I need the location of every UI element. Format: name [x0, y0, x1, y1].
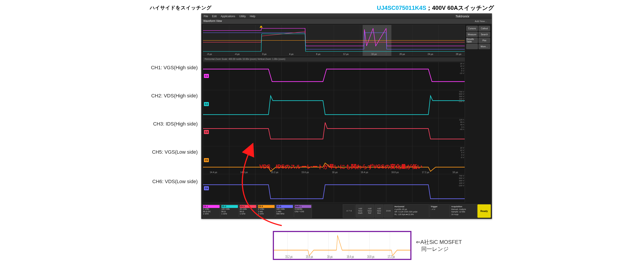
oscilloscope-window: File Edit Applications Utility Help Tekt… — [201, 13, 492, 219]
overview-xaxis: -8 µs-4 µs0 µs4 µs8 µs12 µs16 µs20 µs24 … — [204, 53, 464, 55]
search-button[interactable]: Search — [478, 32, 490, 37]
menubar: File Edit Applications Utility Help Tekt… — [202, 14, 492, 19]
svg-text:16 µs: 16 µs — [327, 255, 332, 259]
results-table-button[interactable]: Results Table — [466, 38, 478, 43]
right-button-panel: Cursors Callout Measure Search Results T… — [466, 26, 491, 49]
channel-box[interactable]: Ch 52 V/div1 MΩ1 GHz — [258, 204, 275, 218]
overview-panel[interactable] — [203, 25, 465, 56]
chtag-c2[interactable]: C2 — [204, 102, 209, 106]
menu-file[interactable]: File — [204, 15, 208, 18]
comparison-inset: 15.2 µs 15.6 µs 16 µs 16.4 µs 16.8 µs 17… — [273, 231, 412, 260]
yscale-c2: 700 V500 V300 V100 V-100 V — [458, 91, 464, 103]
chtag-c5[interactable]: C5 — [204, 158, 209, 162]
menu-help[interactable]: Help — [250, 15, 255, 18]
channel-box[interactable]: Math 15 kW/divCh2 * Ch3 — [294, 204, 312, 218]
svg-marker-11 — [260, 25, 263, 28]
svg-text:15.6 µs: 15.6 µs — [306, 255, 313, 259]
strip-ch3: C3 120 A80 A40 A0 A-40 A — [203, 118, 465, 146]
channel-box[interactable]: Ch 2100 V/div50 Ω1 GHz — [221, 204, 238, 218]
annotation-text: VDS、IDSのスルーレートが早いにも関わらずVGSの変化量が低い — [260, 163, 423, 170]
measure-button[interactable]: Measure — [466, 32, 478, 37]
cursors-button[interactable]: Cursors — [466, 26, 478, 31]
yscale-c3: 120 A80 A40 A0 A-40 A — [459, 119, 464, 131]
slide-title: ハイサイドをスイッチング — [150, 4, 212, 11]
channel-box[interactable]: Ch 15 V/div50 Ω DC1 GHz — [202, 204, 220, 218]
ext-label-ch6: CH6: VDS(Low side) — [144, 179, 198, 185]
zoom-area[interactable]: C1 25 V15 V5 V-5 V-15 V C2 700 V500 V300… — [203, 62, 465, 203]
svg-text:16.8 µs: 16.8 µs — [367, 255, 374, 259]
menu-applications[interactable]: Applications — [221, 15, 235, 18]
strip-ch1: C1 25 V15 V5 V-5 V-15 V — [203, 62, 465, 90]
ext-label-ch3: CH3: IDS(High side) — [144, 121, 198, 127]
inset-note: ⇐A社SiC MOSFET 同一レンジ — [416, 239, 462, 252]
add-button[interactable]: AddNewRef — [365, 204, 374, 218]
svg-text:15.2 µs: 15.2 µs — [285, 255, 292, 259]
overview-svg — [203, 25, 465, 56]
chtag-c3[interactable]: C3 — [204, 130, 209, 134]
partno-blue: UJ4SC075011K4S — [377, 4, 426, 11]
preset-nums[interactable]: 478 — [343, 204, 355, 218]
trigger-box[interactable]: Trigger↓ 4 V — [430, 204, 450, 218]
ext-label-ch5: CH5: VGS(Low side) — [144, 149, 198, 155]
strip-ch2: C2 700 V500 V300 V100 V-100 V — [203, 90, 465, 118]
yscale-c5: 15 V10 V5 V0 V-5 V — [460, 147, 464, 159]
yscale-c1: 25 V15 V5 V-5 V-15 V — [459, 62, 464, 75]
add-new-label: Add New… — [475, 20, 487, 22]
waveform-view-header: Waveform View — [202, 19, 492, 24]
svg-text:16.4 µs: 16.4 µs — [346, 255, 354, 259]
channel-box[interactable]: Ch 6100 V/div1 MΩ500 MHz — [276, 204, 294, 218]
status-bar: Ch 15 V/div50 Ω DC1 GHzCh 2100 V/div50 Ω… — [202, 204, 492, 219]
hzoom-bar[interactable]: Horizontal Zoom Scale: 400.00 ns/div 10.… — [203, 57, 465, 61]
menu-edit[interactable]: Edit — [212, 15, 217, 18]
svg-text:17.2 µs: 17.2 µs — [388, 255, 395, 259]
partno-black: ；400V 60Aスイッチング — [426, 4, 494, 11]
ext-label-ch2: CH2: VDS(High side) — [144, 93, 198, 99]
add-button[interactable]: AddNewBus — [374, 204, 384, 218]
channel-box[interactable]: Ch 320 A/div50 Ω1 GHz — [239, 204, 257, 218]
more-button[interactable]: More… — [478, 44, 490, 49]
ext-label-ch1: CH1: VGS(High side) — [144, 65, 198, 71]
horiz-box[interactable]: Horizontal 4 µs/div 40 µs SR: 3.125 GS/s… — [393, 204, 429, 218]
callout-button[interactable]: Callout — [478, 26, 490, 31]
part-number: UJ4SC075011K4S；400V 60Aスイッチング — [377, 4, 494, 12]
chtag-c6[interactable]: C6 — [204, 186, 209, 190]
menu-utility[interactable]: Utility — [239, 15, 246, 18]
chtag-c1[interactable]: C1 — [204, 74, 209, 78]
yscale-c6: 700 V500 V300 V100 V-100 V — [458, 175, 464, 187]
ready-button[interactable]: Ready — [478, 204, 491, 218]
add-button[interactable]: AddNewMath — [356, 204, 365, 218]
draw-button[interactable] — [466, 44, 478, 49]
strip-ch6: C6 700 V500 V300 V100 V-100 V — [203, 174, 465, 202]
plot-button[interactable]: Plot — [478, 38, 490, 43]
scope-brand: Tektronix — [456, 14, 470, 18]
add-button[interactable]: DVM — [384, 204, 393, 218]
acq-box[interactable]: Acquisition Manual, Analyze Sample: 12 b… — [450, 204, 477, 218]
